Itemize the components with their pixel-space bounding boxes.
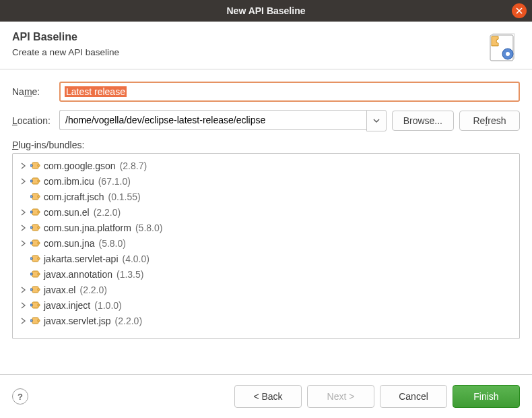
name-label: Name: <box>12 86 54 97</box>
tree-item[interactable]: com.sun.jna.platform (5.8.0) <box>15 220 517 235</box>
svg-rect-22 <box>38 242 40 244</box>
name-input-value: Latest release <box>65 86 127 97</box>
location-input[interactable] <box>59 110 366 130</box>
close-icon <box>516 7 523 14</box>
expand-arrow-icon[interactable] <box>20 287 28 293</box>
svg-rect-20 <box>30 227 32 229</box>
plugin-icon <box>30 238 41 249</box>
svg-rect-35 <box>30 304 32 306</box>
svg-rect-34 <box>38 304 40 306</box>
tree-item-version: (2.8.7) <box>120 160 147 171</box>
tree-item-version: (2.2.0) <box>94 207 121 218</box>
tree-item[interactable]: jakarta.servlet-api (4.0.0) <box>15 251 517 266</box>
tree-item-name: com.jcraft.jsch <box>44 191 104 202</box>
svg-rect-8 <box>30 165 32 167</box>
expand-arrow-icon[interactable] <box>20 318 28 324</box>
svg-rect-23 <box>30 242 32 244</box>
refresh-button[interactable]: Refresh <box>459 111 520 131</box>
page-subtitle: Create a new API baseline <box>12 47 119 57</box>
svg-rect-14 <box>30 196 32 198</box>
svg-rect-32 <box>30 289 32 291</box>
location-label: Location: <box>12 115 54 126</box>
plugin-icon <box>30 285 41 295</box>
name-input[interactable]: Latest release <box>59 82 520 102</box>
chevron-down-icon <box>373 119 380 123</box>
tree-item-version: (1.0.0) <box>94 300 121 311</box>
plugin-icon <box>30 253 41 264</box>
wizard-header: API Baseline Create a new API baseline <box>0 22 532 69</box>
tree-item[interactable]: javax.servlet.jsp (2.2.0) <box>15 313 517 328</box>
tree-item[interactable]: com.jcraft.jsch (0.1.55) <box>15 189 517 204</box>
expand-arrow-icon[interactable] <box>20 302 28 309</box>
expand-arrow-icon[interactable] <box>20 240 28 247</box>
next-button: Next > <box>307 385 374 408</box>
tree-item-version: (0.1.55) <box>108 191 140 202</box>
svg-rect-26 <box>30 258 32 260</box>
svg-rect-29 <box>30 273 32 275</box>
plugin-icon <box>30 160 41 171</box>
tree-item-name: javax.inject <box>44 300 90 311</box>
tree-item-version: (2.2.0) <box>115 316 142 326</box>
location-combo[interactable] <box>59 110 387 131</box>
wizard-banner-icon <box>486 31 517 62</box>
plugin-icon <box>30 191 41 202</box>
expand-arrow-icon[interactable] <box>20 225 28 231</box>
tree-item-name: javax.el <box>44 285 75 295</box>
plugin-icon <box>30 176 41 187</box>
tree-item-name: com.sun.jna <box>44 238 94 249</box>
browse-button[interactable]: Browse... <box>392 111 454 131</box>
plugins-label: Plug-ins/bundles: <box>12 140 520 150</box>
svg-point-5 <box>506 52 510 56</box>
cancel-button[interactable]: Cancel <box>380 385 447 408</box>
tree-item[interactable]: javax.inject (1.0.0) <box>15 297 517 313</box>
plugin-icon <box>30 222 41 233</box>
svg-rect-37 <box>38 320 40 322</box>
expand-arrow-icon[interactable] <box>20 162 28 169</box>
tree-item-version: (5.8.0) <box>135 222 162 233</box>
back-button[interactable]: < Back <box>234 385 302 408</box>
plugin-icon <box>30 300 41 311</box>
tree-item-name: com.sun.jna.platform <box>44 222 131 233</box>
svg-rect-38 <box>30 320 32 322</box>
location-dropdown-button[interactable] <box>366 110 387 131</box>
tree-item-version: (2.2.0) <box>79 285 106 295</box>
expand-arrow-icon[interactable] <box>20 209 28 216</box>
plugin-icon <box>30 269 41 280</box>
help-button[interactable]: ? <box>12 388 28 405</box>
tree-item-name: com.google.gson <box>44 160 116 171</box>
tree-item-version: (67.1.0) <box>98 176 131 187</box>
tree-item[interactable]: javax.el (2.2.0) <box>15 282 517 297</box>
plugin-icon <box>30 316 41 326</box>
svg-rect-13 <box>38 196 40 198</box>
svg-rect-16 <box>38 211 40 213</box>
name-row: Name: Latest release <box>12 82 520 102</box>
svg-rect-19 <box>38 227 40 229</box>
tree-item[interactable]: com.google.gson (2.8.7) <box>15 158 517 173</box>
window-title: New API Baseline <box>227 5 306 16</box>
tree-item-version: (5.8.0) <box>98 238 125 249</box>
plugins-tree[interactable]: com.google.gson (2.8.7) com.ibm.icu (67.… <box>12 153 520 339</box>
svg-rect-31 <box>38 289 40 291</box>
location-row: Location: Browse... Refresh <box>12 110 520 131</box>
tree-item[interactable]: javax.annotation (1.3.5) <box>15 266 517 282</box>
plugin-icon <box>30 207 41 218</box>
page-title: API Baseline <box>12 31 119 43</box>
finish-button[interactable]: Finish <box>453 385 520 408</box>
svg-rect-11 <box>30 180 32 182</box>
tree-item-name: jakarta.servlet-api <box>44 253 119 264</box>
tree-item-name: javax.annotation <box>44 269 112 280</box>
wizard-footer: ? < Back Next > Cancel Finish <box>0 374 532 418</box>
tree-item-version: (1.3.5) <box>117 269 143 280</box>
tree-item-name: javax.servlet.jsp <box>44 316 111 326</box>
tree-item[interactable]: com.sun.jna (5.8.0) <box>15 235 517 251</box>
window-close-button[interactable] <box>512 3 527 18</box>
svg-rect-28 <box>38 273 40 275</box>
expand-arrow-icon[interactable] <box>20 178 28 185</box>
tree-item[interactable]: com.ibm.icu (67.1.0) <box>15 173 517 189</box>
tree-item-version: (4.0.0) <box>123 253 149 264</box>
svg-rect-7 <box>38 165 40 167</box>
svg-rect-10 <box>38 180 40 182</box>
svg-rect-17 <box>30 211 32 213</box>
titlebar: New API Baseline <box>0 0 532 22</box>
tree-item[interactable]: com.sun.el (2.2.0) <box>15 204 517 220</box>
